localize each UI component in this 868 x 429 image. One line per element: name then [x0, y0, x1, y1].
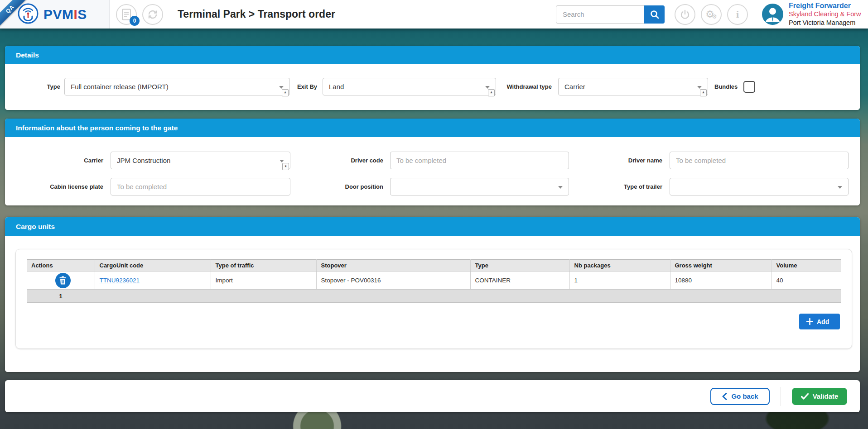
bundles-label: Bundles	[714, 83, 738, 90]
withdrawal-type-select[interactable]: Carrier *	[558, 78, 708, 95]
cell-type: CONTAINER	[470, 272, 569, 290]
anchor-logo-icon	[17, 3, 39, 24]
power-icon	[680, 9, 690, 20]
check-icon	[801, 393, 809, 400]
about-button[interactable]: i	[727, 4, 748, 25]
table-row: TTNU9236021 Import Stopover - POV00316 C…	[27, 272, 841, 290]
orders-button[interactable]: 0	[116, 4, 137, 25]
row-count: 1	[27, 290, 95, 303]
chevron-down-icon	[280, 160, 284, 162]
header-divider	[755, 2, 755, 27]
details-section: Details Type Full container release (IMP…	[5, 46, 860, 110]
type-of-trailer-select[interactable]	[670, 178, 849, 195]
search-input[interactable]	[556, 5, 644, 24]
cabin-license-plate-label: Cabin license plate	[5, 183, 103, 190]
add-cargo-unit-button[interactable]: Add	[799, 314, 840, 329]
cell-cargounit-code: TTNU9236021	[95, 272, 211, 290]
type-label: Type	[5, 83, 60, 90]
column-header-type: Type	[470, 260, 569, 272]
logout-button[interactable]	[675, 4, 695, 25]
brand-name: PVMIS	[43, 7, 87, 22]
chevron-down-icon	[558, 186, 563, 189]
page-content: Details Type Full container release (IMP…	[0, 29, 868, 412]
door-position-select[interactable]	[390, 178, 569, 195]
header-main: 0 Terminal Park > Transport order	[110, 0, 868, 29]
info-icon: i	[736, 9, 739, 20]
gate-info-section-header: Information about the person coming to t…	[5, 119, 860, 137]
type-of-trailer-label: Type of trailer	[576, 183, 662, 190]
type-select[interactable]: Full container release (IMPORT) *	[64, 78, 290, 95]
app-header: QA PVMIS 0	[0, 0, 868, 29]
cell-gross-weight: 10880	[670, 272, 772, 290]
refresh-icon	[147, 9, 158, 20]
column-header-actions: Actions	[27, 260, 95, 272]
column-header-volume: Volume	[772, 260, 841, 272]
user-avatar[interactable]	[762, 4, 783, 25]
action-bar-divider	[781, 387, 781, 406]
plus-icon	[806, 318, 813, 325]
cargo-unit-link[interactable]: TTNU9236021	[100, 277, 140, 284]
withdrawal-type-label: Withdrawal type	[505, 83, 552, 90]
cabin-license-plate-input[interactable]	[111, 178, 290, 195]
orders-count-badge: 0	[130, 16, 140, 26]
cargo-units-section: Cargo units Actions CargoUnit code Type …	[5, 217, 860, 372]
column-header-stopover: Stopover	[316, 260, 470, 272]
header-icon-row: ⚙⚙ i	[675, 4, 748, 25]
cargo-units-panel: Actions CargoUnit code Type of traffic S…	[15, 249, 852, 349]
cell-stopover: Stopover - POV00316	[316, 272, 470, 290]
details-section-header: Details	[5, 46, 860, 64]
pvmis-logo[interactable]	[17, 3, 39, 26]
table-header-row: Actions CargoUnit code Type of traffic S…	[27, 260, 841, 272]
cell-type-of-traffic: Import	[211, 272, 316, 290]
person-icon	[762, 4, 783, 25]
user-role: Freight Forwarder	[789, 1, 868, 10]
table-footer-row: 1	[27, 290, 841, 303]
user-organization: Port Victoria Managem	[789, 19, 868, 27]
action-bar: Go back Validate	[5, 380, 860, 412]
trash-icon	[59, 276, 67, 285]
driver-name-input[interactable]	[670, 152, 849, 169]
page-title: Terminal Park > Transport order	[178, 8, 335, 20]
refresh-button[interactable]	[142, 4, 163, 25]
cargo-units-table: Actions CargoUnit code Type of traffic S…	[27, 259, 841, 303]
required-indicator: *	[282, 163, 289, 170]
column-header-cargounit-code: CargoUnit code	[95, 260, 211, 272]
driver-name-label: Driver name	[576, 157, 662, 164]
exit-by-label: Exit By	[295, 83, 317, 90]
required-indicator: *	[700, 89, 707, 96]
door-position-label: Door position	[297, 183, 383, 190]
cell-volume: 40	[772, 272, 841, 290]
driver-code-label: Driver code	[297, 157, 383, 164]
user-info[interactable]: Freight Forwarder Skyland Clearing & For…	[789, 1, 868, 27]
required-indicator: *	[488, 89, 495, 96]
cargo-units-section-header: Cargo units	[5, 217, 860, 236]
brand-zone: QA PVMIS	[0, 0, 110, 29]
carrier-label: Carrier	[5, 157, 103, 164]
carrier-select[interactable]: JPM Construction *	[111, 152, 290, 169]
bundles-checkbox[interactable]	[743, 81, 755, 93]
settings-button[interactable]: ⚙⚙	[701, 4, 722, 25]
exit-by-select[interactable]: Land *	[323, 78, 496, 95]
delete-cargo-unit-button[interactable]	[55, 273, 71, 288]
column-header-gross-weight: Gross weight	[670, 260, 772, 272]
required-indicator: *	[282, 89, 289, 96]
chevron-down-icon	[697, 86, 702, 89]
search-bar	[556, 5, 665, 24]
validate-button[interactable]: Validate	[792, 388, 847, 405]
search-button[interactable]	[644, 5, 665, 24]
chevron-down-icon	[485, 86, 490, 89]
gears-icon: ⚙⚙	[705, 10, 717, 19]
user-company: Skyland Clearing & Forw	[789, 10, 868, 19]
cell-nb-packages: 1	[569, 272, 670, 290]
cell-actions	[27, 272, 95, 290]
chevron-left-icon	[722, 393, 727, 400]
chevron-down-icon	[838, 186, 842, 189]
driver-code-input[interactable]	[390, 152, 569, 169]
go-back-button[interactable]: Go back	[710, 388, 770, 405]
chevron-down-icon	[279, 86, 284, 89]
gate-info-section: Information about the person coming to t…	[5, 119, 860, 205]
search-icon	[650, 10, 660, 19]
column-header-type-of-traffic: Type of traffic	[211, 260, 316, 272]
column-header-nb-packages: Nb packages	[569, 260, 670, 272]
